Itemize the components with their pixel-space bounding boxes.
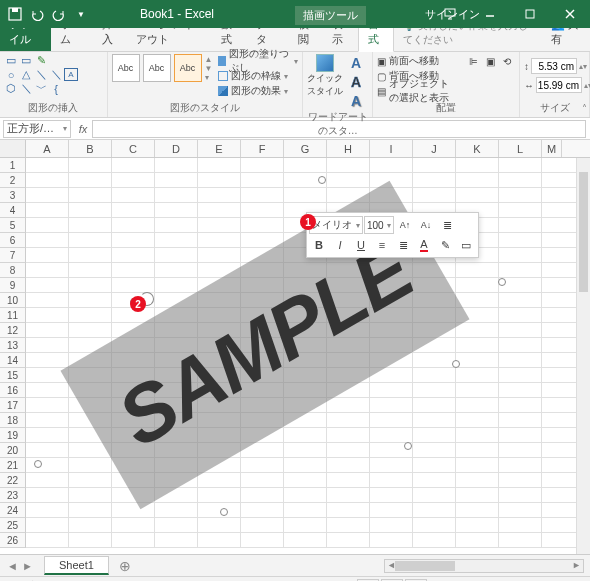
row-header[interactable]: 7 xyxy=(0,248,26,263)
selection-handle[interactable] xyxy=(498,278,506,286)
next-sheet-icon[interactable]: ► xyxy=(22,560,33,572)
ribbon-options-icon[interactable] xyxy=(430,0,470,28)
row-header[interactable]: 10 xyxy=(0,293,26,308)
shrink-font-icon[interactable]: A↓ xyxy=(416,216,436,234)
row-header[interactable]: 2 xyxy=(0,173,26,188)
quick-style-icon[interactable] xyxy=(316,54,334,72)
shape-width-input[interactable] xyxy=(536,77,582,93)
shape-rect-icon[interactable]: ▭ xyxy=(4,54,18,67)
row-header[interactable]: 15 xyxy=(0,368,26,383)
shapes-gallery[interactable]: ▭▭ ✎ ○△＼＼ A ⬡＼﹀{ xyxy=(4,54,103,95)
row-header[interactable]: 12 xyxy=(0,323,26,338)
mini-size-select[interactable]: 100▾ xyxy=(364,216,394,234)
rotate-icon[interactable]: ⟲ xyxy=(499,54,515,68)
row-header[interactable]: 6 xyxy=(0,233,26,248)
quick-styles-label[interactable]: クイック スタイル xyxy=(307,72,343,98)
col-header[interactable]: D xyxy=(155,140,198,157)
wordart-fill-icon[interactable]: A xyxy=(347,54,365,72)
style-preset-2[interactable]: Abc xyxy=(143,54,171,82)
horizontal-scrollbar[interactable]: ◄► xyxy=(384,559,584,573)
close-button[interactable] xyxy=(550,0,590,28)
row-header[interactable]: 5 xyxy=(0,218,26,233)
col-header[interactable]: F xyxy=(241,140,284,157)
collapse-ribbon-icon[interactable]: ˄ xyxy=(582,103,587,114)
shape-line-icon[interactable]: ＼ xyxy=(34,68,48,81)
add-sheet-button[interactable]: ⊕ xyxy=(115,558,135,574)
col-header[interactable]: K xyxy=(456,140,499,157)
name-box[interactable]: 正方形/…▾ xyxy=(3,120,71,138)
row-header[interactable]: 11 xyxy=(0,308,26,323)
row-header[interactable]: 14 xyxy=(0,353,26,368)
qat-dropdown-icon[interactable]: ▼ xyxy=(72,5,90,23)
redo-icon[interactable] xyxy=(50,5,68,23)
selection-handle[interactable] xyxy=(404,442,412,450)
row-header[interactable]: 17 xyxy=(0,398,26,413)
col-header[interactable]: I xyxy=(370,140,413,157)
col-header[interactable]: E xyxy=(198,140,241,157)
outline-icon[interactable]: ▭ xyxy=(456,236,476,254)
prev-sheet-icon[interactable]: ◄ xyxy=(7,560,18,572)
sheet-tab[interactable]: Sheet1 xyxy=(44,556,109,575)
shape-tri-icon[interactable]: △ xyxy=(19,68,33,81)
row-header[interactable]: 22 xyxy=(0,473,26,488)
select-all-corner[interactable] xyxy=(0,140,26,157)
row-header[interactable]: 13 xyxy=(0,338,26,353)
row-header[interactable]: 8 xyxy=(0,263,26,278)
selection-handle[interactable] xyxy=(318,176,326,184)
col-header[interactable]: L xyxy=(499,140,542,157)
vscroll-thumb[interactable] xyxy=(579,172,588,292)
row-header[interactable]: 4 xyxy=(0,203,26,218)
style-preset-3[interactable]: Abc xyxy=(174,54,202,82)
bring-forward[interactable]: ▣前面へ移動 xyxy=(377,54,459,68)
shape-effects[interactable]: 図形の効果▾ xyxy=(218,84,297,98)
row-header[interactable]: 1 xyxy=(0,158,26,173)
col-header[interactable]: C xyxy=(112,140,155,157)
col-header[interactable]: A xyxy=(26,140,69,157)
align-left-icon[interactable]: ≡ xyxy=(372,236,392,254)
row-header[interactable]: 21 xyxy=(0,458,26,473)
shape-poly-icon[interactable]: ⬡ xyxy=(4,82,18,95)
edit-shape-icon[interactable]: ✎ xyxy=(34,54,48,67)
col-header[interactable]: M xyxy=(542,140,562,157)
wordart-effects-icon[interactable]: A xyxy=(347,92,365,110)
row-header[interactable]: 25 xyxy=(0,518,26,533)
font-color-icon[interactable]: A xyxy=(414,236,434,254)
col-header[interactable]: J xyxy=(413,140,456,157)
maximize-button[interactable] xyxy=(510,0,550,28)
style-preset-1[interactable]: Abc xyxy=(112,54,140,82)
sheet-nav[interactable]: ◄► xyxy=(0,560,40,572)
row-header[interactable]: 20 xyxy=(0,443,26,458)
textbox-icon[interactable]: A xyxy=(64,68,78,81)
vertical-scrollbar[interactable] xyxy=(576,158,590,554)
row-header[interactable]: 3 xyxy=(0,188,26,203)
shape-circle-icon[interactable]: ○ xyxy=(4,68,18,81)
align-center-icon[interactable]: ≣ xyxy=(393,236,413,254)
minimize-button[interactable] xyxy=(470,0,510,28)
mini-font-select[interactable]: メイリオ▾ xyxy=(309,216,363,234)
col-header[interactable]: H xyxy=(327,140,370,157)
selection-handle[interactable] xyxy=(220,508,228,516)
row-header[interactable]: 16 xyxy=(0,383,26,398)
hscroll-thumb[interactable] xyxy=(395,561,455,571)
row-header[interactable]: 9 xyxy=(0,278,26,293)
wordart-outline-icon[interactable]: A xyxy=(347,73,365,91)
shape-height-input[interactable] xyxy=(531,58,577,74)
bold-button[interactable]: B xyxy=(309,236,329,254)
selection-handle[interactable] xyxy=(452,360,460,368)
fx-icon[interactable]: fx xyxy=(74,123,92,135)
row-header[interactable]: 23 xyxy=(0,488,26,503)
group-icon[interactable]: ▣ xyxy=(482,54,498,68)
shape-line2-icon[interactable]: ＼ xyxy=(49,68,63,81)
undo-icon[interactable] xyxy=(28,5,46,23)
selection-handle[interactable] xyxy=(34,460,42,468)
bullets-icon[interactable]: ≣ xyxy=(437,216,457,234)
col-header[interactable]: B xyxy=(69,140,112,157)
shape-outline[interactable]: 図形の枠線▾ xyxy=(218,69,297,83)
row-header[interactable]: 24 xyxy=(0,503,26,518)
save-icon[interactable] xyxy=(6,5,24,23)
shape-rect2-icon[interactable]: ▭ xyxy=(19,54,33,67)
italic-button[interactable]: I xyxy=(330,236,350,254)
row-header[interactable]: 26 xyxy=(0,533,26,548)
styles-icon[interactable]: ✎ xyxy=(435,236,455,254)
row-header[interactable]: 18 xyxy=(0,413,26,428)
